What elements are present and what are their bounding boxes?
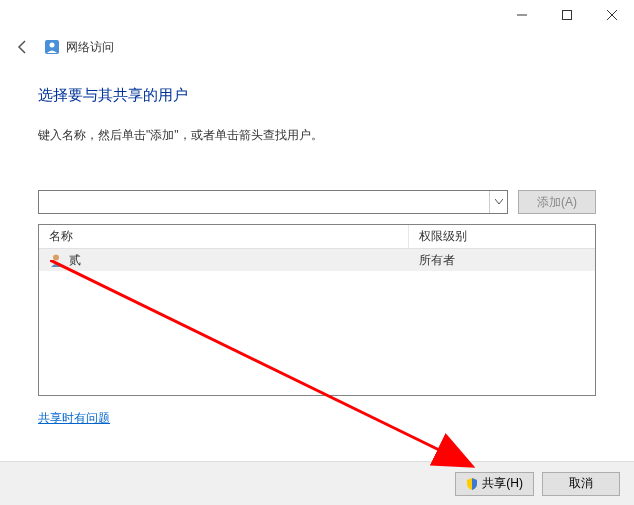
cancel-button[interactable]: 取消 <box>542 472 620 496</box>
svg-point-5 <box>50 43 55 48</box>
column-name[interactable]: 名称 <box>39 225 409 248</box>
content-area: 选择要与其共享的用户 键入名称，然后单击"添加"，或者单击箭头查找用户。 添加(… <box>0 64 634 427</box>
header-bar: 网络访问 <box>0 30 634 64</box>
user-icon <box>49 253 63 267</box>
svg-point-6 <box>53 255 59 261</box>
user-input-row: 添加(A) <box>38 190 596 214</box>
users-table: 名称 权限级别 贰 所有者 <box>38 224 596 396</box>
page-heading: 选择要与其共享的用户 <box>38 86 596 105</box>
column-permission[interactable]: 权限级别 <box>409 228 595 245</box>
user-input[interactable] <box>39 191 487 213</box>
network-access-icon <box>44 39 60 55</box>
maximize-button[interactable] <box>544 0 589 30</box>
user-combobox[interactable] <box>38 190 508 214</box>
user-name: 贰 <box>69 252 81 269</box>
table-row[interactable]: 贰 所有者 <box>39 249 595 271</box>
chevron-down-icon[interactable] <box>489 191 507 213</box>
share-button-label: 共享(H) <box>482 475 523 492</box>
back-button[interactable] <box>14 38 32 56</box>
svg-rect-1 <box>562 11 571 20</box>
cell-permission: 所有者 <box>409 252 595 269</box>
share-button[interactable]: 共享(H) <box>455 472 534 496</box>
shield-icon <box>466 478 478 490</box>
window-title: 网络访问 <box>66 39 114 56</box>
table-header: 名称 权限级别 <box>39 225 595 249</box>
instruction-text: 键入名称，然后单击"添加"，或者单击箭头查找用户。 <box>38 127 596 144</box>
trouble-sharing-link[interactable]: 共享时有问题 <box>38 410 110 427</box>
cell-user: 贰 <box>39 252 409 269</box>
titlebar <box>0 0 634 30</box>
footer-bar: 共享(H) 取消 <box>0 461 634 505</box>
add-button[interactable]: 添加(A) <box>518 190 596 214</box>
minimize-button[interactable] <box>499 0 544 30</box>
close-button[interactable] <box>589 0 634 30</box>
